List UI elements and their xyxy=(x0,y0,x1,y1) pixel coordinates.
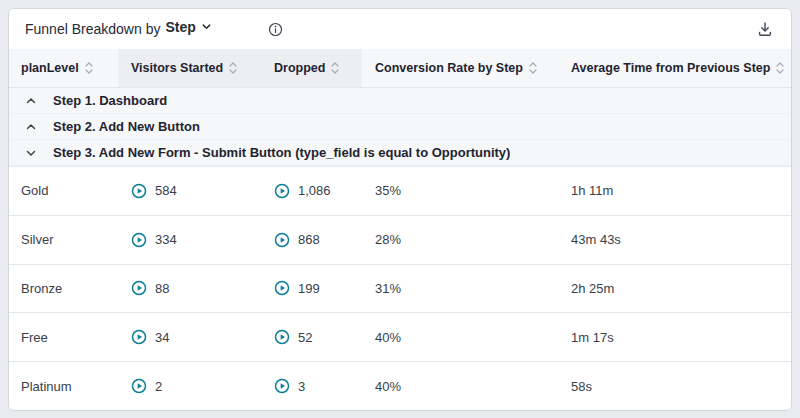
avg-time-value: 2h 25m xyxy=(571,281,614,296)
dropped-cell: 52 xyxy=(261,329,362,345)
funnel-table: planLevel Visitors Started Dropped Conve… xyxy=(9,49,791,410)
table-header-row: planLevel Visitors Started Dropped Conve… xyxy=(9,49,791,88)
avg-time-value: 43m 43s xyxy=(571,232,621,247)
play-circle-icon[interactable] xyxy=(274,232,290,248)
column-header-label: Dropped xyxy=(274,61,325,75)
step-label: Step 2. Add New Button xyxy=(53,119,200,134)
column-header-label: Conversion Rate by Step xyxy=(375,61,523,75)
plan-level-value: Platinum xyxy=(21,379,72,394)
avg-time-value: 1h 11m xyxy=(571,183,613,198)
column-header[interactable]: Dropped xyxy=(261,49,362,87)
avg-time-cell: 58s xyxy=(558,379,791,394)
table-row: Platinum 2 3 40% 58s xyxy=(9,361,791,410)
avg-time-cell: 1h 11m xyxy=(558,183,791,198)
visitors-started-value: 584 xyxy=(155,183,177,198)
table-row: Gold 584 1,086 35% 1h 11m xyxy=(9,166,791,215)
dropped-value: 199 xyxy=(298,281,320,296)
conversion-rate-value: 28% xyxy=(375,232,401,247)
dropped-value: 3 xyxy=(298,379,305,394)
avg-time-cell: 2h 25m xyxy=(558,281,791,296)
chevron-down-icon[interactable] xyxy=(9,147,53,159)
step-row[interactable]: Step 1. Dashboard xyxy=(9,88,791,114)
title-bar: Funnel Breakdown by Step xyxy=(9,9,791,49)
play-circle-icon[interactable] xyxy=(274,378,290,394)
table-body: Gold 584 1,086 35% 1h 11m Silver 334 xyxy=(9,166,791,410)
visitors-started-cell: 34 xyxy=(118,329,261,345)
visitors-started-cell: 2 xyxy=(118,378,261,394)
play-circle-icon[interactable] xyxy=(274,329,290,345)
info-icon[interactable] xyxy=(268,22,283,37)
column-header-label: Average Time from Previous Step xyxy=(571,61,770,75)
play-circle-icon[interactable] xyxy=(274,183,290,199)
play-circle-icon[interactable] xyxy=(131,183,147,199)
column-header[interactable]: Average Time from Previous Step xyxy=(558,49,791,87)
column-header[interactable]: Visitors Started xyxy=(118,49,261,87)
title-prefix: Funnel Breakdown by xyxy=(25,21,160,37)
sort-icon[interactable] xyxy=(331,61,339,75)
play-circle-icon[interactable] xyxy=(131,232,147,248)
sort-icon[interactable] xyxy=(85,61,93,75)
dropped-cell: 3 xyxy=(261,378,362,394)
avg-time-cell: 1m 17s xyxy=(558,330,791,345)
chevron-up-icon[interactable] xyxy=(9,95,53,107)
play-circle-icon[interactable] xyxy=(131,329,147,345)
step-label: Step 1. Dashboard xyxy=(53,93,167,108)
step-row[interactable]: Step 2. Add New Button xyxy=(9,114,791,140)
column-header[interactable]: planLevel xyxy=(9,49,118,87)
visitors-started-value: 88 xyxy=(155,281,169,296)
visitors-started-value: 334 xyxy=(155,232,177,247)
table-row: Silver 334 868 28% 43m 43s xyxy=(9,215,791,264)
avg-time-value: 58s xyxy=(571,379,592,394)
funnel-breakdown-card: Funnel Breakdown by Step planLevel Visit… xyxy=(8,8,792,411)
visitors-started-cell: 584 xyxy=(118,183,261,199)
conversion-rate-cell: 35% xyxy=(362,183,558,198)
conversion-rate-value: 35% xyxy=(375,183,401,198)
visitors-started-value: 2 xyxy=(155,379,162,394)
conversion-rate-cell: 40% xyxy=(362,379,558,394)
conversion-rate-cell: 31% xyxy=(362,281,558,296)
column-header-label: Visitors Started xyxy=(131,61,223,75)
column-header[interactable]: Conversion Rate by Step xyxy=(362,49,558,87)
table-row: Free 34 52 40% 1m 17s xyxy=(9,312,791,361)
conversion-rate-value: 40% xyxy=(375,330,401,345)
plan-level-value: Silver xyxy=(21,232,54,247)
dropped-cell: 868 xyxy=(261,232,362,248)
table-row: Bronze 88 199 31% 2h 25m xyxy=(9,264,791,313)
sort-icon[interactable] xyxy=(776,61,784,75)
play-circle-icon[interactable] xyxy=(131,378,147,394)
plan-level-cell: Gold xyxy=(9,183,118,198)
avg-time-value: 1m 17s xyxy=(571,330,614,345)
play-circle-icon[interactable] xyxy=(131,280,147,296)
plan-level-cell: Free xyxy=(9,330,118,345)
download-icon[interactable] xyxy=(757,21,773,37)
conversion-rate-value: 31% xyxy=(375,281,401,296)
dropped-value: 1,086 xyxy=(298,183,331,198)
sort-icon[interactable] xyxy=(529,61,537,75)
visitors-started-value: 34 xyxy=(155,330,169,345)
visitors-started-cell: 88 xyxy=(118,280,261,296)
conversion-rate-cell: 40% xyxy=(362,330,558,345)
plan-level-value: Free xyxy=(21,330,48,345)
dropped-cell: 199 xyxy=(261,280,362,296)
plan-level-value: Bronze xyxy=(21,281,62,296)
step-label: Step 3. Add New Form - Submit Button (ty… xyxy=(53,145,510,160)
plan-level-value: Gold xyxy=(21,183,48,198)
breakdown-selector-value: Step xyxy=(165,19,195,35)
step-row[interactable]: Step 3. Add New Form - Submit Button (ty… xyxy=(9,140,791,166)
plan-level-cell: Bronze xyxy=(9,281,118,296)
conversion-rate-cell: 28% xyxy=(362,232,558,247)
dropped-cell: 1,086 xyxy=(261,183,362,199)
chevron-up-icon[interactable] xyxy=(9,121,53,133)
conversion-rate-value: 40% xyxy=(375,379,401,394)
dropped-value: 52 xyxy=(298,330,312,345)
sort-icon[interactable] xyxy=(229,61,237,75)
visitors-started-cell: 334 xyxy=(118,232,261,248)
plan-level-cell: Platinum xyxy=(9,379,118,394)
avg-time-cell: 43m 43s xyxy=(558,232,791,247)
dropped-value: 868 xyxy=(298,232,320,247)
step-rows-group: Step 1. Dashboard Step 2. Add New Button… xyxy=(9,88,791,166)
play-circle-icon[interactable] xyxy=(274,280,290,296)
plan-level-cell: Silver xyxy=(9,232,118,247)
column-header-label: planLevel xyxy=(21,61,79,75)
